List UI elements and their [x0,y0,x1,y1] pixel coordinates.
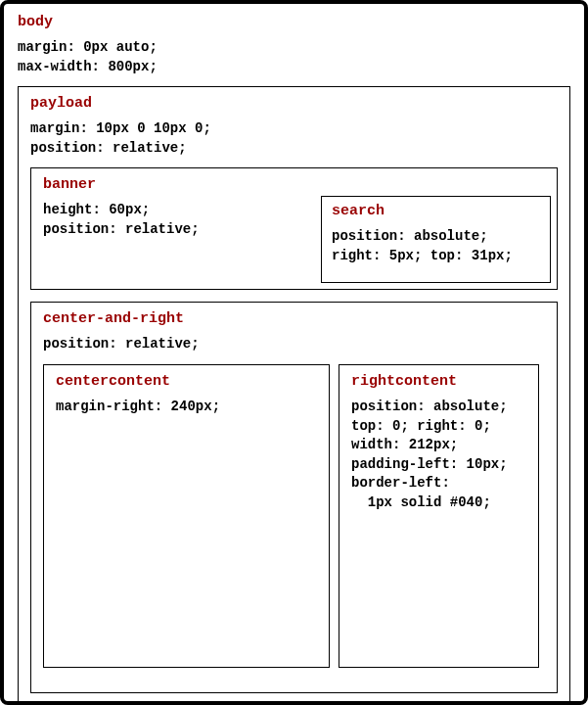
center-and-right-title: center-and-right [43,310,545,327]
centercontent-block: centercontent margin-right: 240px; [43,364,330,668]
payload-title: payload [30,95,558,112]
centercontent-title: centercontent [56,373,317,390]
center-and-right-props: position: relative; [43,335,545,354]
rightcontent-title: rightcontent [351,373,526,390]
columns-wrapper: centercontent margin-right: 240px; right… [43,364,545,668]
search-block: search position: absolute; right: 5px; t… [321,196,551,282]
body-block: body margin: 0px auto; max-width: 800px;… [0,0,588,705]
payload-props: margin: 10px 0 10px 0; position: relativ… [30,119,558,158]
body-title: body [18,14,570,30]
body-props: margin: 0px auto; max-width: 800px; [18,38,570,76]
payload-block: payload margin: 10px 0 10px 0; position:… [18,86,570,705]
search-title: search [332,203,540,219]
center-and-right-block: center-and-right position: relative; cen… [30,302,558,693]
rightcontent-props: position: absolute; top: 0; right: 0; wi… [351,398,526,513]
rightcontent-block: rightcontent position: absolute; top: 0;… [339,364,539,668]
centercontent-props: margin-right: 240px; [56,398,317,417]
banner-block: banner height: 60px; position: relative;… [30,167,558,290]
banner-title: banner [43,176,545,193]
search-props: position: absolute; right: 5px; top: 31p… [332,227,540,265]
banner-props: height: 60px; position: relative; [43,201,297,239]
